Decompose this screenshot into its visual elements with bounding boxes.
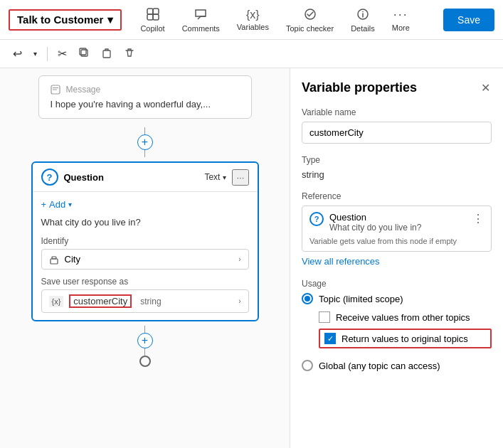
cut-button[interactable]: ✂ bbox=[53, 44, 71, 63]
sub-toolbar: ↩ ▾ ✂ bbox=[0, 40, 503, 68]
ref-title: Question bbox=[329, 212, 421, 223]
topic-checker-button[interactable]: Topic checker bbox=[279, 4, 341, 36]
copilot-icon bbox=[146, 7, 160, 23]
global-radio[interactable] bbox=[302, 360, 313, 371]
question-node-body: + Add ▾ What city do you live in? Identi… bbox=[33, 192, 258, 320]
undo-dropdown-button[interactable]: ▾ bbox=[29, 47, 41, 60]
var-name-badge: customerCity bbox=[69, 294, 132, 308]
question-node[interactable]: ? Question Text ▾ ··· + Add ▾ What city … bbox=[31, 161, 259, 321]
paste-button[interactable] bbox=[97, 44, 117, 64]
usage-label: Usage bbox=[302, 279, 492, 289]
identify-field[interactable]: City › bbox=[41, 249, 249, 270]
variables-button[interactable]: {x} Variables bbox=[230, 6, 276, 34]
details-button[interactable]: Details bbox=[344, 4, 382, 36]
message-node[interactable]: Message I hope you're having a wonderful… bbox=[38, 75, 252, 119]
save-button[interactable]: Save bbox=[443, 9, 494, 31]
question-icon: ? bbox=[41, 169, 58, 186]
connect-line-2: + bbox=[7, 321, 282, 371]
svg-rect-0 bbox=[147, 9, 153, 14]
svg-rect-9 bbox=[80, 48, 86, 55]
canvas[interactable]: Message I hope you're having a wonderful… bbox=[0, 68, 290, 448]
add-dropdown-button[interactable]: + Add ▾ bbox=[41, 199, 73, 210]
ref-question-icon: ? bbox=[309, 212, 324, 226]
return-checkbox[interactable]: ✓ bbox=[324, 333, 336, 344]
topic-scope-radio[interactable] bbox=[302, 293, 313, 304]
add-label: Add bbox=[49, 199, 65, 210]
add-node-button-2[interactable]: + bbox=[137, 333, 153, 348]
node-more-button[interactable]: ··· bbox=[232, 169, 248, 186]
topic-title[interactable]: Talk to Customer ▾ bbox=[9, 9, 122, 31]
delete-button[interactable] bbox=[120, 44, 139, 64]
text-chevron-icon: ▾ bbox=[223, 174, 226, 181]
var-name-label: Variable name bbox=[302, 107, 492, 117]
var-type-label: string bbox=[140, 297, 233, 306]
svg-rect-8 bbox=[81, 50, 88, 56]
svg-rect-10 bbox=[103, 50, 110, 58]
topic-scope-option[interactable]: Topic (limited scope) bbox=[302, 293, 492, 304]
connect-line-1: + bbox=[7, 123, 282, 161]
question-node-header: ? Question Text ▾ ··· bbox=[33, 163, 258, 192]
ref-note: Variable gets value from this node if em… bbox=[309, 237, 484, 245]
receive-option[interactable]: Receive values from other topics bbox=[319, 311, 492, 323]
type-value: string bbox=[302, 169, 492, 180]
ref-content: Question What city do you live in? bbox=[329, 212, 421, 233]
view-all-references-link[interactable]: View all references bbox=[302, 256, 380, 267]
comments-icon bbox=[194, 7, 208, 23]
svg-rect-14 bbox=[51, 259, 58, 264]
identify-label: Identify bbox=[41, 236, 249, 246]
receive-checkbox[interactable] bbox=[319, 311, 330, 323]
node-header: Message bbox=[51, 85, 240, 95]
details-icon bbox=[356, 7, 370, 23]
reference-section: Reference ? Question What city do you li… bbox=[302, 191, 492, 267]
copilot-button[interactable]: Copilot bbox=[133, 4, 171, 36]
reference-box: ? Question What city do you live in? ⋮ V… bbox=[302, 206, 492, 252]
identify-value: City bbox=[65, 254, 233, 265]
copy-button[interactable] bbox=[74, 44, 94, 64]
details-label: Details bbox=[351, 24, 375, 33]
svg-point-7 bbox=[362, 11, 364, 12]
add-node-button-1[interactable]: + bbox=[137, 134, 153, 150]
save-response-field[interactable]: {x} customerCity string › bbox=[41, 289, 249, 313]
global-label: Global (any topic can access) bbox=[319, 361, 440, 371]
message-node-wrapper: Message I hope you're having a wonderful… bbox=[7, 75, 282, 119]
topic-scope-label: Topic (limited scope) bbox=[319, 294, 403, 304]
svg-rect-2 bbox=[147, 14, 153, 20]
reference-label: Reference bbox=[302, 191, 492, 201]
divider bbox=[47, 47, 48, 61]
properties-panel: Variable properties ✕ Variable name Type… bbox=[290, 68, 503, 448]
var-name-input[interactable] bbox=[302, 122, 492, 144]
question-title: Question bbox=[64, 172, 199, 183]
ref-subtitle: What city do you live in? bbox=[329, 223, 421, 233]
save-response-label: Save user response as bbox=[41, 277, 249, 287]
topic-checker-icon bbox=[303, 7, 317, 23]
ref-more-button[interactable]: ⋮ bbox=[472, 212, 484, 225]
chevron-down-icon: ▾ bbox=[107, 14, 113, 26]
undo-button[interactable]: ↩ bbox=[9, 44, 26, 63]
usage-section: Usage Topic (limited scope) Receive valu… bbox=[302, 279, 492, 348]
svg-rect-3 bbox=[153, 14, 159, 20]
add-chevron-icon: ▾ bbox=[68, 201, 72, 208]
svg-rect-15 bbox=[52, 257, 56, 259]
var-icon: {x} bbox=[49, 296, 64, 307]
var-chevron-icon: › bbox=[238, 297, 240, 305]
global-option[interactable]: Global (any topic can access) bbox=[302, 360, 492, 371]
return-label: Return values to original topics bbox=[341, 334, 468, 344]
type-section: Type string bbox=[302, 155, 492, 180]
question-text: What city do you live in? bbox=[41, 217, 249, 228]
panel-header: Variable properties ✕ bbox=[302, 80, 492, 96]
plus-icon: + bbox=[41, 199, 47, 210]
topic-checker-label: Topic checker bbox=[286, 24, 334, 33]
checkbox-group: Receive values from other topics ✓ Retur… bbox=[319, 311, 492, 348]
variables-icon: {x} bbox=[246, 9, 260, 21]
identify-chevron-icon: › bbox=[238, 255, 240, 263]
receive-label: Receive values from other topics bbox=[336, 312, 470, 323]
return-option-highlighted[interactable]: ✓ Return values to original topics bbox=[319, 329, 492, 348]
main-area: Message I hope you're having a wonderful… bbox=[0, 68, 503, 448]
more-button[interactable]: ··· More bbox=[385, 4, 417, 35]
var-name-section: Variable name bbox=[302, 107, 492, 144]
close-panel-button[interactable]: ✕ bbox=[480, 80, 492, 96]
more-label: More bbox=[392, 23, 410, 32]
toolbar: Talk to Customer ▾ Copilot Comme bbox=[0, 0, 503, 40]
comments-button[interactable]: Comments bbox=[175, 4, 227, 36]
more-icon: ··· bbox=[393, 7, 408, 22]
